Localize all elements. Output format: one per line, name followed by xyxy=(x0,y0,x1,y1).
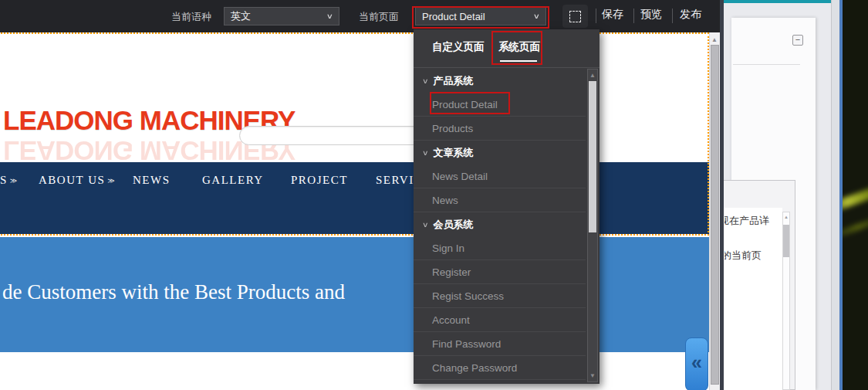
chevron-down-icon: ∨ xyxy=(326,12,333,20)
site-hero-banner: de Customers with the Best Products and xyxy=(0,237,709,352)
chevron-down-icon: ∨ xyxy=(422,77,429,85)
nav-item-label: ABOUT US xyxy=(39,174,105,186)
settings-panel: − 现在产品详 的当前页 ▲ xyxy=(724,0,831,390)
topbar-separator xyxy=(633,8,634,23)
current-page-label: 当前页面 xyxy=(359,10,399,24)
nav-item-label: S xyxy=(0,174,8,186)
help-note-text: 当前页 xyxy=(731,249,762,261)
nav-item-gallery[interactable]: GALLERY xyxy=(202,174,264,192)
menu-item-label: Products xyxy=(432,123,473,134)
marquee-icon xyxy=(569,11,581,22)
menu-item-label: Account xyxy=(432,314,470,326)
menu-item-label: Find Password xyxy=(432,338,501,350)
panel-divider xyxy=(720,0,724,390)
clipped-char: 的 xyxy=(724,249,731,263)
menu-item-account[interactable]: Account xyxy=(414,308,586,332)
photo-light-streak xyxy=(843,181,868,215)
menu-item-find-password[interactable]: Find Password xyxy=(414,332,586,356)
minimize-icon[interactable]: − xyxy=(792,35,803,46)
menu-item-label: Register xyxy=(432,266,471,278)
card-divider xyxy=(733,64,800,65)
page-select-value: Product Detail xyxy=(422,11,485,22)
dropdown-page-list: ∨产品系统 Product Detail Products ∨文章系统 News… xyxy=(414,69,599,384)
double-chevron-icon: ≫ xyxy=(10,177,17,185)
scroll-up-icon[interactable]: ▲ xyxy=(589,72,596,79)
chevron-down-icon: ∨ xyxy=(422,149,429,157)
menu-item-news[interactable]: News xyxy=(414,188,586,212)
collapse-panel-button[interactable]: « xyxy=(685,337,708,390)
menu-item-news-detail[interactable]: News Detail xyxy=(414,164,586,188)
help-note-line: 的当前页 xyxy=(724,249,762,263)
banner-headline: de Customers with the Best Products and xyxy=(2,280,345,304)
menu-item-label: Change Password xyxy=(432,362,517,374)
dropdown-scrollbar[interactable]: ▲ ▼ xyxy=(587,69,598,382)
marquee-select-button[interactable] xyxy=(562,5,588,28)
group-header-member-system[interactable]: ∨会员系统 xyxy=(414,212,586,236)
group-header-article-system[interactable]: ∨文章系统 xyxy=(414,141,586,164)
editor-screen: LEADONG MACHINERY LEADONG MACHINERY S≫ A… xyxy=(0,0,868,390)
dropdown-tabs: 自定义页面 系统页面 xyxy=(414,29,599,68)
note-scrollbar-thumb[interactable] xyxy=(783,225,789,257)
nav-item-products-partial[interactable]: S≫ xyxy=(0,174,17,192)
page-select[interactable]: Product Detail ∨ xyxy=(415,7,546,25)
active-tab-underline xyxy=(500,60,537,62)
group-header-label: 产品系统 xyxy=(434,74,474,88)
nav-item-about-us[interactable]: ABOUT US≫ xyxy=(39,174,115,192)
help-note-line: 现在产品详 xyxy=(724,214,769,228)
scroll-up-icon[interactable]: ▲ xyxy=(711,36,718,43)
preview-button[interactable]: 预览 xyxy=(640,8,662,22)
group-header-label: 文章系统 xyxy=(434,146,474,160)
menu-item-change-password[interactable]: Change Password xyxy=(414,356,586,380)
outer-scrollbar-track[interactable] xyxy=(831,0,839,390)
page-dropdown-panel: 自定义页面 系统页面 ∨产品系统 Product Detail Products… xyxy=(414,29,599,384)
help-note-text: 在产品详 xyxy=(729,215,769,226)
menu-item-label: News xyxy=(432,195,458,206)
tab-custom-pages[interactable]: 自定义页面 xyxy=(432,40,485,54)
canvas-scrollbar[interactable]: ▲ xyxy=(709,32,720,390)
menu-item-regist-success[interactable]: Regist Success xyxy=(414,284,586,308)
menu-item-product-detail[interactable]: Product Detail xyxy=(414,93,586,117)
panel-accent-bar xyxy=(724,0,831,3)
menu-item-products[interactable]: Products xyxy=(414,117,586,141)
nav-item-project[interactable]: PROJECT xyxy=(291,174,348,192)
menu-item-sign-in[interactable]: Sign In xyxy=(414,236,586,260)
note-scrollbar[interactable]: ▲ xyxy=(782,212,790,390)
group-header-product-system[interactable]: ∨产品系统 xyxy=(414,69,586,93)
double-chevron-icon: ≫ xyxy=(107,177,114,185)
site-navbar: S≫ ABOUT US≫ NEWS GALLERY PROJECT SERVIC… xyxy=(0,162,709,234)
topbar-separator xyxy=(596,8,596,23)
tab-system-pages[interactable]: 系统页面 xyxy=(498,40,540,54)
nav-item-label: PROJECT xyxy=(291,174,348,186)
menu-item-label: News Detail xyxy=(432,171,488,182)
nav-item-label: NEWS xyxy=(133,174,171,186)
scroll-down-icon[interactable]: ▼ xyxy=(589,372,596,379)
language-select[interactable]: 英文 ∨ xyxy=(224,7,339,25)
nav-item-label: GALLERY xyxy=(202,174,264,186)
menu-item-label: Sign In xyxy=(432,242,464,254)
help-note: 现在产品详 的当前页 xyxy=(724,208,782,390)
nav-item-news[interactable]: NEWS xyxy=(133,174,171,192)
menu-item-label: Regist Success xyxy=(432,290,504,302)
save-button[interactable]: 保存 xyxy=(602,8,623,22)
group-header-label: 会员系统 xyxy=(434,218,474,232)
editor-topbar: 当前语种 英文 ∨ 当前页面 Product Detail ∨ 保存 预览 发布 xyxy=(0,0,720,32)
photo-light-streak xyxy=(843,212,868,242)
menu-item-register[interactable]: Register xyxy=(414,260,586,284)
canvas-scrollbar-thumb[interactable] xyxy=(711,45,719,385)
language-select-value: 英文 xyxy=(231,9,251,23)
language-label: 当前语种 xyxy=(171,10,211,24)
menu-item-label: Product Detail xyxy=(432,99,498,110)
site-canvas: LEADONG MACHINERY LEADONG MACHINERY S≫ A… xyxy=(0,32,709,390)
dropdown-scrollbar-thumb[interactable] xyxy=(589,81,596,232)
topbar-separator xyxy=(672,8,673,23)
background-photo xyxy=(843,0,868,390)
publish-button[interactable]: 发布 xyxy=(680,8,701,22)
chevron-down-icon: ∨ xyxy=(422,221,429,229)
chevron-down-icon: ∨ xyxy=(533,12,540,20)
scroll-up-icon[interactable]: ▲ xyxy=(784,215,789,219)
